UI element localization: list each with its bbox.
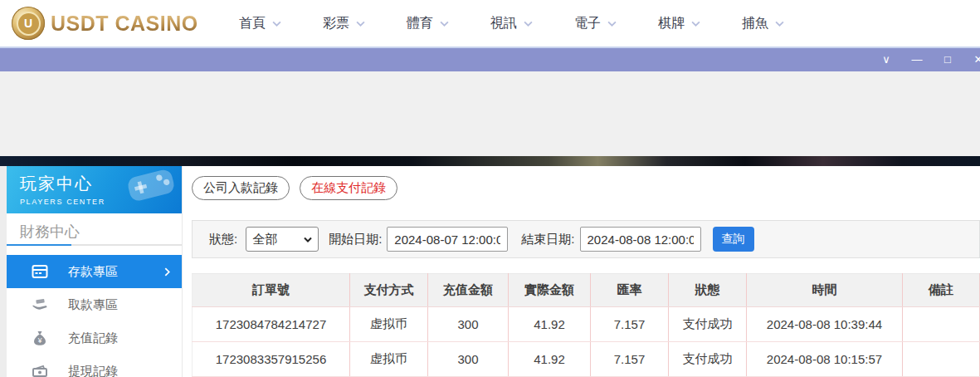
main-panel: 公司入款記錄在線支付記錄 狀態: 全部 開始日期: 結束日期: 查詢 訂單號支 — [183, 166, 980, 377]
table-cell: 300 — [428, 307, 509, 342]
brand-logo[interactable]: U USDT CASINO — [12, 7, 191, 40]
record-tabs: 公司入款記錄在線支付記錄 — [192, 176, 980, 200]
recharge-bag-icon: ¥ — [32, 330, 48, 345]
table-cell: 支付成功 — [669, 307, 747, 342]
tab-online-payment-records[interactable]: 在線支付記錄 — [300, 176, 397, 200]
close-button[interactable]: ✕ — [972, 48, 980, 71]
chevron-down-icon — [440, 21, 449, 27]
status-select[interactable]: 全部 — [246, 227, 319, 252]
filter-bar: 狀態: 全部 開始日期: 結束日期: 查詢 — [192, 220, 980, 258]
empty-banner-area — [0, 71, 980, 156]
nav-item-video[interactable]: 視訊 — [490, 15, 533, 32]
table-cell: 1723084784214727 — [193, 307, 350, 342]
maximize-button[interactable]: □ — [941, 48, 954, 71]
chevron-down-icon — [691, 21, 700, 27]
sidebar-item-withdraw-zone[interactable]: 取款專區 — [7, 288, 182, 321]
chevron-down-icon — [524, 21, 533, 27]
svg-text:¥: ¥ — [37, 336, 42, 345]
sidebar-item-recharge-records[interactable]: ¥充值記錄 — [7, 321, 182, 355]
players-center-header: 玩家中心 PLAYERS CENTER — [7, 166, 182, 213]
status-label: 狀態: — [209, 232, 237, 247]
sidebar-item-withdraw-records[interactable]: 提現記錄 — [7, 355, 182, 377]
chevron-down-icon — [304, 237, 312, 242]
table-row: 1723083357915256虚拟币30041.927.157支付成功2024… — [193, 342, 980, 377]
table-cell: 41.92 — [509, 342, 591, 377]
nav-item-label: 首頁 — [239, 15, 266, 32]
nav-item-sports[interactable]: 體育 — [407, 15, 449, 32]
sidebar-item-label: 提現記錄 — [68, 364, 170, 377]
table-cell: 2024-08-08 10:15:57 — [747, 342, 903, 377]
table-cell — [903, 342, 980, 377]
chevron-down-icon — [607, 21, 617, 27]
records-table: 訂單號支付方式充值金額實際金額匯率狀態時間備註 1723084784214727… — [192, 273, 980, 377]
sidebar-item-deposit-zone[interactable]: 存款專區 — [7, 255, 182, 288]
sidebar-menu: 存款專區取款專區¥充值記錄提現記錄 — [7, 255, 182, 377]
brand-name: USDT CASINO — [51, 12, 198, 36]
nav-item-label: 電子 — [574, 15, 601, 32]
table-cell — [903, 307, 980, 342]
table-header-cell: 充值金額 — [428, 274, 509, 307]
chevron-down-icon — [272, 21, 281, 27]
table-cell: 虚拟币 — [350, 307, 428, 342]
table-header-cell: 備註 — [903, 274, 980, 307]
deposit-card-icon — [32, 264, 48, 279]
content-area: 玩家中心 PLAYERS CENTER 財務中心 存款專區取款專區¥充值記錄提現… — [0, 166, 980, 377]
top-header: U USDT CASINO 首頁彩票體育視訊電子棋牌捕魚 — [0, 0, 980, 47]
minimize-button[interactable]: — — [910, 48, 924, 71]
search-button[interactable]: 查詢 — [713, 227, 754, 252]
usdt-u-icon: U — [17, 12, 41, 36]
withdraw-wallet-icon — [32, 364, 48, 377]
nav-item-fishing[interactable]: 捕魚 — [742, 15, 784, 32]
table-cell: 2024-08-08 10:39:44 — [747, 307, 903, 342]
sidebar-item-label: 存款專區 — [68, 264, 144, 280]
table-header-cell: 匯率 — [591, 274, 669, 307]
table-cell: 7.157 — [591, 342, 669, 377]
left-gutter — [0, 166, 7, 377]
records-table-wrap: 訂單號支付方式充值金額實際金額匯率狀態時間備註 1723084784214727… — [192, 273, 980, 377]
section-divider — [7, 244, 182, 246]
table-row: 1723084784214727虚拟币30041.927.157支付成功2024… — [193, 307, 980, 342]
table-header-row: 訂單號支付方式充值金額實際金額匯率狀態時間備註 — [193, 274, 980, 307]
chevron-down-icon — [356, 21, 365, 27]
nav-item-label: 體育 — [407, 15, 433, 32]
table-header-cell: 實際金額 — [509, 274, 591, 307]
start-date-label: 開始日期: — [329, 232, 382, 247]
titlebar-collapse-button[interactable]: ∨ — [880, 48, 893, 71]
sidebar-item-label: 取款專區 — [68, 297, 170, 313]
nav-item-label: 視訊 — [490, 15, 517, 32]
table-cell: 支付成功 — [669, 342, 747, 377]
table-cell: 41.92 — [509, 307, 591, 342]
nav-item-label: 棋牌 — [658, 15, 685, 32]
table-header-cell: 支付方式 — [350, 274, 428, 307]
banner-bottom-edge — [0, 156, 980, 166]
nav-item-lottery[interactable]: 彩票 — [323, 15, 365, 32]
chevron-right-icon — [164, 267, 170, 277]
table-header-cell: 狀態 — [669, 274, 747, 307]
sidebar-item-label: 充值記錄 — [68, 330, 170, 346]
brand-logo-ball-icon: U — [12, 7, 45, 40]
nav-item-cards[interactable]: 棋牌 — [658, 15, 700, 32]
end-date-input[interactable] — [580, 227, 701, 252]
end-date-label: 結束日期: — [521, 232, 574, 247]
table-cell: 1723083357915256 — [193, 342, 350, 377]
table-header-cell: 訂單號 — [193, 274, 350, 307]
window-titlebar: ∨—□✕ — [0, 47, 980, 71]
nav-item-home[interactable]: 首頁 — [239, 15, 281, 32]
nav-item-slots[interactable]: 電子 — [574, 15, 617, 32]
nav-item-label: 捕魚 — [742, 15, 768, 32]
chevron-down-icon — [775, 21, 784, 27]
table-cell: 7.157 — [591, 307, 669, 342]
main-nav: 首頁彩票體育視訊電子棋牌捕魚 — [239, 15, 784, 32]
withdraw-hand-icon — [32, 297, 48, 312]
sidebar: 玩家中心 PLAYERS CENTER 財務中心 存款專區取款專區¥充值記錄提現… — [7, 166, 183, 377]
tab-company-deposit-records[interactable]: 公司入款記錄 — [192, 176, 290, 200]
start-date-input[interactable] — [387, 227, 508, 252]
finance-center-section-title: 財務中心 — [20, 222, 182, 242]
table-cell: 虚拟币 — [350, 342, 428, 377]
status-select-value: 全部 — [252, 232, 277, 247]
table-cell: 300 — [428, 342, 509, 377]
nav-item-label: 彩票 — [323, 15, 349, 32]
table-header-cell: 時間 — [747, 274, 903, 307]
